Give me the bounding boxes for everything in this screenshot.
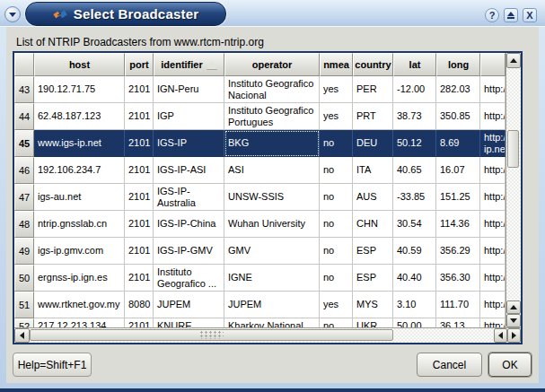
cell-long[interactable]: 36.13: [436, 318, 480, 327]
cell-url[interactable]: http://w: [480, 184, 505, 211]
col-header-identifier[interactable]: identifier: [154, 53, 224, 76]
cell-lat[interactable]: 40.40: [393, 265, 436, 292]
cell-long[interactable]: 8.69: [436, 130, 480, 157]
cell-nmea[interactable]: yes: [320, 292, 353, 318]
cell-long[interactable]: 282.03: [436, 76, 480, 103]
cell-port[interactable]: 2101: [125, 211, 154, 238]
cell-long[interactable]: 16.07: [436, 157, 480, 184]
scroll-up-button[interactable]: [506, 53, 521, 68]
scroll-left-button[interactable]: [14, 328, 30, 343]
cell-long[interactable]: 151.25: [436, 184, 480, 211]
cell-operator[interactable]: Wuhan University: [224, 211, 320, 238]
cell-country[interactable]: PER: [353, 76, 393, 103]
cell-operator[interactable]: BKG: [224, 130, 320, 157]
table-row[interactable]: 45 www.igs-ip.net 2101 IGS-IP BKG no DEU…: [14, 130, 505, 157]
cell-nmea[interactable]: no: [320, 157, 353, 184]
table-row[interactable]: 49 igs-ip.gmv.com 2101 IGS-IP-GMV GMV no…: [14, 238, 505, 265]
cell-url[interactable]: http://w: [480, 318, 505, 327]
cell-host[interactable]: 192.106.234.7: [34, 157, 125, 184]
cell-identifier[interactable]: IGS-IP-ASI: [154, 157, 224, 184]
table-row[interactable]: 48 ntrip.gnsslab.cn 2101 IGS-IP-China Wu…: [14, 211, 505, 238]
cell-url[interactable]: http://w: [480, 157, 505, 184]
cell-port[interactable]: 2101: [125, 238, 154, 265]
row-number[interactable]: 43: [14, 76, 34, 103]
cell-long[interactable]: 356.29: [436, 238, 480, 265]
cell-port[interactable]: 2101: [125, 103, 154, 130]
cell-identifier[interactable]: IGS-IP-Australia: [154, 184, 224, 211]
cell-country[interactable]: ESP: [353, 238, 393, 265]
vertical-scrollbar-track[interactable]: [506, 68, 521, 301]
table-row[interactable]: 47 igs-au.net 2101 IGS-IP-Australia UNSW…: [14, 184, 505, 211]
window-menu-button[interactable]: [4, 6, 21, 22]
col-header-host[interactable]: host: [34, 53, 125, 76]
cell-identifier[interactable]: IGS-IP-China: [154, 211, 224, 238]
cell-identifier[interactable]: IGN-Peru: [154, 76, 224, 103]
cell-url[interactable]: http://w: [480, 292, 505, 318]
cell-nmea[interactable]: yes: [320, 76, 353, 103]
cell-operator[interactable]: ASI: [224, 157, 320, 184]
cell-lat[interactable]: 50.00: [393, 318, 436, 327]
scroll-down-button[interactable]: [506, 314, 521, 327]
row-number[interactable]: 45: [14, 130, 34, 157]
col-header-port[interactable]: port: [125, 53, 154, 76]
corner-header[interactable]: [14, 53, 34, 76]
cell-port[interactable]: 2101: [125, 184, 154, 211]
cell-long[interactable]: 114.36: [436, 211, 480, 238]
cell-lat[interactable]: 3.10: [393, 292, 436, 318]
cell-lat[interactable]: -12.00: [393, 76, 436, 103]
help-button[interactable]: ?: [485, 8, 499, 22]
cell-operator[interactable]: IGNE: [224, 265, 320, 292]
cell-operator[interactable]: Instituto Geografico Nacional: [224, 76, 320, 103]
table-row[interactable]: 52 217.12.213.134 2101 KNURE Kharkov Nat…: [14, 318, 505, 327]
cell-long[interactable]: 111.70: [436, 292, 480, 318]
cell-nmea[interactable]: no: [320, 265, 353, 292]
cell-country[interactable]: MYS: [353, 292, 393, 318]
cell-port[interactable]: 2101: [125, 76, 154, 103]
cell-nmea[interactable]: yes: [320, 103, 353, 130]
shade-button[interactable]: [504, 8, 518, 22]
cell-country[interactable]: ESP: [353, 265, 393, 292]
cell-lat[interactable]: -33.85: [393, 184, 436, 211]
close-button[interactable]: X: [523, 8, 537, 22]
cell-port[interactable]: 8080: [125, 292, 154, 318]
horizontal-scrollbar[interactable]: [14, 327, 521, 343]
cell-lat[interactable]: 30.54: [393, 211, 436, 238]
cell-country[interactable]: PRT: [353, 103, 393, 130]
horizontal-scrollbar-thumb[interactable]: [30, 329, 393, 341]
vertical-scrollbar-thumb[interactable]: [507, 130, 519, 168]
row-number[interactable]: 48: [14, 211, 34, 238]
cell-host[interactable]: www.igs-ip.net: [34, 130, 125, 157]
col-header-lat[interactable]: lat: [393, 53, 436, 76]
cell-url[interactable]: http://w: [480, 103, 505, 130]
cell-operator[interactable]: JUPEM: [224, 292, 320, 318]
cell-url[interactable]: http://r: [480, 238, 505, 265]
table-row[interactable]: 51 www.rtknet.gov.my 8080 JUPEM JUPEM ye…: [14, 292, 505, 318]
col-header-operator[interactable]: operator: [224, 53, 320, 76]
cell-host[interactable]: 217.12.213.134: [34, 318, 125, 327]
cell-long[interactable]: 350.85: [436, 103, 480, 130]
col-header-url[interactable]: [480, 53, 505, 76]
cell-identifier[interactable]: IGP: [154, 103, 224, 130]
row-number[interactable]: 49: [14, 238, 34, 265]
cell-port[interactable]: 2101: [125, 318, 154, 327]
cell-operator[interactable]: UNSW-SSIS: [224, 184, 320, 211]
cell-lat[interactable]: 50.12: [393, 130, 436, 157]
cell-port[interactable]: 2101: [125, 130, 154, 157]
cell-identifier[interactable]: KNURE: [154, 318, 224, 327]
cancel-button[interactable]: Cancel: [417, 353, 482, 377]
cell-nmea[interactable]: no: [320, 238, 353, 265]
row-number[interactable]: 47: [14, 184, 34, 211]
row-number[interactable]: 44: [14, 103, 34, 130]
row-number[interactable]: 52: [14, 318, 34, 327]
cell-nmea[interactable]: no: [320, 184, 353, 211]
table-row[interactable]: 43 190.12.71.75 2101 IGN-Peru Instituto …: [14, 76, 505, 103]
cell-url[interactable]: http://w ip.net/: [480, 130, 505, 157]
cell-operator[interactable]: Instituto Geografico Portugues: [224, 103, 320, 130]
cell-lat[interactable]: 40.65: [393, 157, 436, 184]
cell-identifier[interactable]: Instituto Geografico ...: [154, 265, 224, 292]
cell-port[interactable]: 2101: [125, 157, 154, 184]
cell-host[interactable]: ergnss-ip.ign.es: [34, 265, 125, 292]
cell-country[interactable]: CHN: [353, 211, 393, 238]
cell-host[interactable]: igs-au.net: [34, 184, 125, 211]
scroll-right-button[interactable]: [507, 328, 521, 343]
